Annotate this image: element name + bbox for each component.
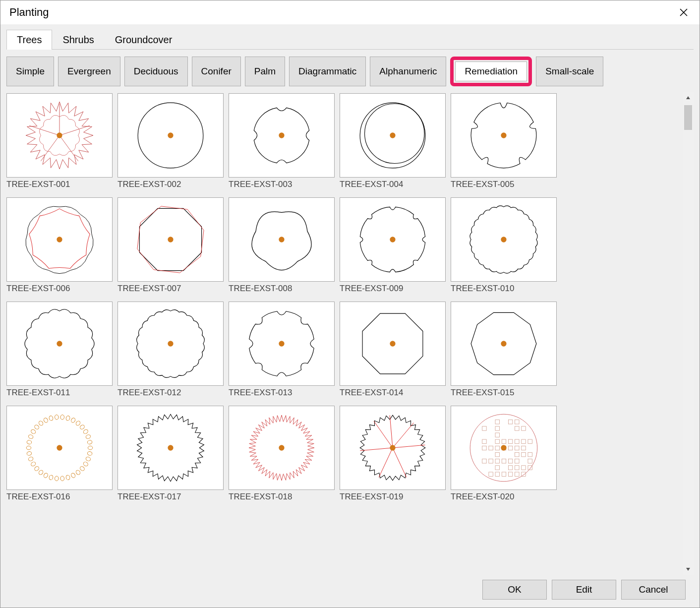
symbol-thumb[interactable]	[117, 197, 224, 282]
svg-point-29	[79, 466, 85, 472]
svg-rect-112	[528, 452, 532, 456]
symbol-label: TREE-EXST-010	[451, 282, 557, 294]
symbol-thumb[interactable]	[229, 197, 335, 282]
close-button[interactable]	[675, 5, 693, 19]
svg-rect-77	[489, 472, 493, 476]
symbol-cell: TREE-EXST-019	[340, 406, 446, 507]
scrollbar[interactable]	[683, 92, 694, 575]
symbol-cell: TREE-EXST-015	[451, 302, 557, 403]
filter-button-row: SimpleEvergreenDeciduousConiferPalmDiagr…	[6, 57, 694, 86]
symbol-cell: TREE-EXST-011	[6, 302, 113, 403]
symbol-cell: TREE-EXST-017	[117, 406, 224, 507]
filter-palm[interactable]: Palm	[245, 57, 285, 86]
symbol-thumb[interactable]	[117, 302, 224, 386]
edit-button[interactable]: Edit	[552, 580, 616, 600]
filter-remediation[interactable]: Remediation	[455, 61, 527, 81]
dialog-content: TreesShrubsGroundcover SimpleEvergreenDe…	[0, 24, 700, 608]
symbol-thumb[interactable]	[451, 302, 557, 386]
symbol-thumb[interactable]	[117, 93, 224, 178]
scroll-thumb[interactable]	[684, 105, 692, 130]
svg-point-57	[85, 434, 91, 439]
symbol-thumb[interactable]	[6, 406, 113, 490]
symbol-cell: TREE-EXST-012	[117, 302, 224, 403]
filter-small-scale[interactable]: Small-scale	[536, 57, 603, 86]
symbol-thumb[interactable]	[340, 406, 446, 490]
title-bar: Planting	[0, 0, 700, 24]
cancel-button[interactable]: Cancel	[621, 580, 686, 600]
symbol-thumb[interactable]	[117, 406, 224, 490]
svg-point-44	[28, 434, 33, 439]
svg-point-47	[38, 420, 44, 426]
symbol-label: TREE-EXST-002	[117, 178, 224, 189]
svg-point-32	[65, 475, 70, 480]
svg-point-45	[30, 429, 36, 434]
symbol-thumb[interactable]	[340, 302, 446, 386]
symbol-label: TREE-EXST-012	[117, 386, 224, 398]
svg-point-69	[390, 445, 395, 450]
svg-rect-113	[528, 459, 532, 463]
svg-point-37	[38, 470, 44, 476]
svg-point-14	[501, 132, 506, 138]
symbol-thumb[interactable]	[451, 93, 557, 178]
svg-point-23	[390, 341, 395, 346]
svg-rect-87	[502, 439, 506, 443]
svg-rect-105	[522, 426, 525, 430]
symbol-thumb[interactable]	[451, 406, 557, 490]
svg-point-9	[168, 132, 173, 138]
tab-shrubs[interactable]: Shrubs	[52, 30, 104, 50]
tab-trees[interactable]: Trees	[6, 30, 52, 50]
tab-groundcover[interactable]: Groundcover	[105, 30, 183, 50]
symbol-cell: TREE-EXST-002	[117, 93, 224, 194]
svg-line-6	[29, 125, 59, 135]
symbol-label: TREE-EXST-018	[229, 490, 335, 502]
svg-point-25	[88, 446, 92, 450]
symbol-cell: TREE-EXST-008	[229, 197, 335, 299]
svg-rect-92	[508, 439, 512, 443]
svg-rect-106	[522, 439, 525, 443]
symbol-thumb[interactable]	[229, 93, 335, 178]
symbol-label: TREE-EXST-019	[340, 490, 446, 502]
svg-line-66	[379, 448, 393, 478]
symbol-label: TREE-EXST-020	[451, 490, 557, 502]
filter-alphanumeric[interactable]: Alphanumeric	[370, 57, 446, 86]
filter-evergreen[interactable]: Evergreen	[58, 57, 120, 86]
symbol-label: TREE-EXST-001	[6, 178, 113, 189]
symbol-thumb[interactable]	[6, 197, 113, 282]
filter-simple[interactable]: Simple	[6, 57, 54, 86]
svg-point-61	[279, 445, 284, 450]
filter-conifer[interactable]: Conifer	[192, 57, 241, 86]
svg-rect-71	[482, 426, 486, 430]
filter-deciduous[interactable]: Deciduous	[124, 57, 188, 86]
symbol-thumb[interactable]	[6, 302, 113, 386]
svg-point-22	[279, 341, 284, 346]
symbol-thumb[interactable]	[340, 197, 446, 282]
svg-point-41	[27, 451, 32, 456]
symbol-thumb[interactable]	[6, 93, 113, 178]
svg-point-39	[30, 461, 36, 467]
symbol-thumb[interactable]	[229, 302, 335, 386]
symbol-thumb[interactable]	[451, 197, 557, 282]
svg-point-50	[55, 415, 58, 420]
svg-point-52	[65, 416, 70, 421]
symbol-label: TREE-EXST-016	[6, 490, 113, 502]
symbol-thumb[interactable]	[340, 93, 446, 178]
svg-point-53	[70, 417, 76, 423]
scroll-up-arrow[interactable]	[683, 92, 694, 103]
svg-point-58	[87, 440, 93, 444]
scroll-down-arrow[interactable]	[683, 564, 694, 575]
svg-point-33	[60, 476, 64, 481]
filter-diagrammatic[interactable]: Diagrammatic	[289, 57, 366, 86]
svg-point-54	[75, 420, 81, 426]
svg-rect-100	[515, 446, 519, 450]
svg-point-48	[43, 417, 49, 423]
symbol-label: TREE-EXST-003	[229, 178, 335, 189]
symbol-label: TREE-EXST-011	[6, 386, 113, 398]
svg-rect-86	[495, 472, 499, 476]
svg-point-49	[49, 416, 54, 421]
symbol-thumb[interactable]	[229, 406, 335, 490]
symbol-label: TREE-EXST-013	[229, 386, 335, 398]
symbol-label: TREE-EXST-006	[6, 282, 113, 294]
svg-point-13	[390, 132, 395, 138]
svg-point-10	[279, 132, 284, 138]
ok-button[interactable]: OK	[482, 580, 547, 600]
